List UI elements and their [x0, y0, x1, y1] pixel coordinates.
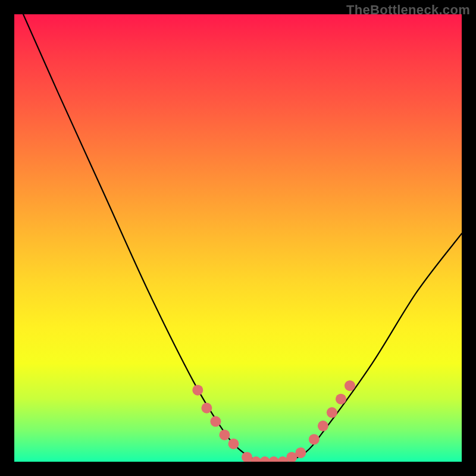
- plot-area: [14, 14, 462, 462]
- marker-dot: [345, 380, 355, 391]
- marker-dot: [201, 403, 212, 414]
- marker-dot: [318, 421, 328, 431]
- chart-overlay: [14, 14, 462, 462]
- chart-frame: TheBottleneck.com: [0, 0, 476, 476]
- marker-dot: [327, 407, 337, 418]
- marker-dot: [192, 385, 203, 396]
- watermark-text: TheBottleneck.com: [346, 2, 470, 18]
- marker-dot: [295, 447, 306, 458]
- marker-dot: [219, 430, 230, 440]
- marker-dot: [210, 416, 221, 427]
- marker-dot: [228, 439, 239, 449]
- marker-dot: [309, 434, 320, 444]
- bottleneck-curve: [23, 14, 462, 462]
- marker-dot: [336, 394, 346, 405]
